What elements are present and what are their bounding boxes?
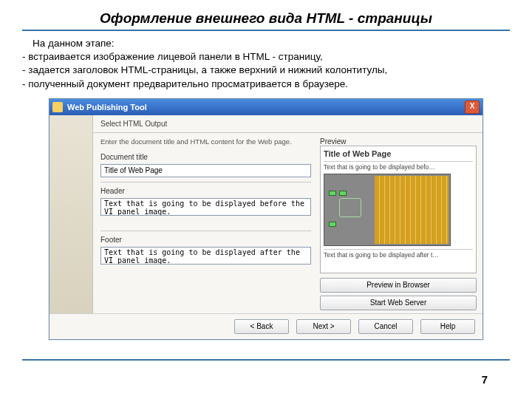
app-icon — [52, 102, 63, 112]
bullet-2: - задается заголовок HTML-страницы, а та… — [22, 64, 510, 77]
intro-line: На данном этапе: — [22, 37, 510, 50]
separator — [324, 161, 473, 162]
start-web-server-button[interactable]: Start Web Server — [320, 296, 477, 310]
wizard-body: Select HTML Output Enter the document ti… — [50, 115, 482, 313]
slide-title: Оформление внешнего вида HTML - страницы — [30, 10, 502, 27]
header-label: Header — [100, 187, 311, 195]
preview-in-browser-button[interactable]: Preview in Browser — [320, 278, 477, 293]
document-title-input[interactable] — [100, 164, 311, 177]
wizard-bottom-bar: < Back Next > Cancel Help — [50, 313, 482, 339]
header-input[interactable] — [100, 198, 311, 216]
page-number: 7 — [482, 373, 488, 386]
form-column: Enter the document title and HTML conten… — [93, 134, 317, 313]
separator — [93, 132, 482, 133]
preview-grid-icon — [375, 176, 449, 244]
next-button[interactable]: Next > — [296, 319, 351, 334]
window-title: Web Publishing Tool — [67, 103, 147, 112]
slide-body: На данном этапе: - встраивается изображе… — [22, 37, 510, 91]
wizard-side-panel — [50, 115, 93, 313]
preview-vi-panel-image — [324, 174, 451, 246]
bottom-divider — [22, 359, 510, 361]
separator — [100, 231, 311, 231]
preview-box: Title of Web Page Text that is going to … — [320, 146, 477, 273]
step-header: Select HTML Output — [100, 120, 475, 128]
preview-column: Preview Title of Web Page Text that is g… — [317, 134, 482, 313]
back-button[interactable]: < Back — [234, 319, 289, 334]
separator — [100, 182, 311, 183]
titlebar: Web Publishing Tool X — [50, 99, 482, 115]
title-divider — [22, 30, 510, 31]
bullet-1: - встраивается изображение лицевой панел… — [22, 50, 510, 64]
separator — [324, 249, 473, 250]
content-row: Enter the document title and HTML conten… — [93, 134, 482, 313]
instructions-text: Enter the document title and HTML conten… — [100, 137, 311, 146]
document-title-label: Document title — [100, 153, 311, 161]
wizard-main-panel: Select HTML Output Enter the document ti… — [93, 115, 482, 313]
preview-footer-text: Text that is going to be displayed after… — [324, 251, 473, 259]
preview-label: Preview — [320, 137, 477, 146]
footer-input[interactable] — [100, 247, 311, 265]
preview-doc-title: Title of Web Page — [324, 149, 473, 158]
web-publishing-tool-window: Web Publishing Tool X Select HTML Output… — [49, 98, 483, 340]
close-button[interactable]: X — [465, 100, 480, 114]
footer-label: Footer — [100, 236, 311, 244]
preview-diagram-icon — [329, 191, 370, 228]
cancel-button[interactable]: Cancel — [358, 319, 413, 334]
bullet-3: - полученный документ предварительно про… — [22, 78, 510, 91]
help-button[interactable]: Help — [420, 319, 475, 334]
preview-header-text: Text that is going to be displayed befo… — [324, 163, 473, 171]
preview-actions: Preview in Browser Start Web Server — [320, 278, 477, 310]
